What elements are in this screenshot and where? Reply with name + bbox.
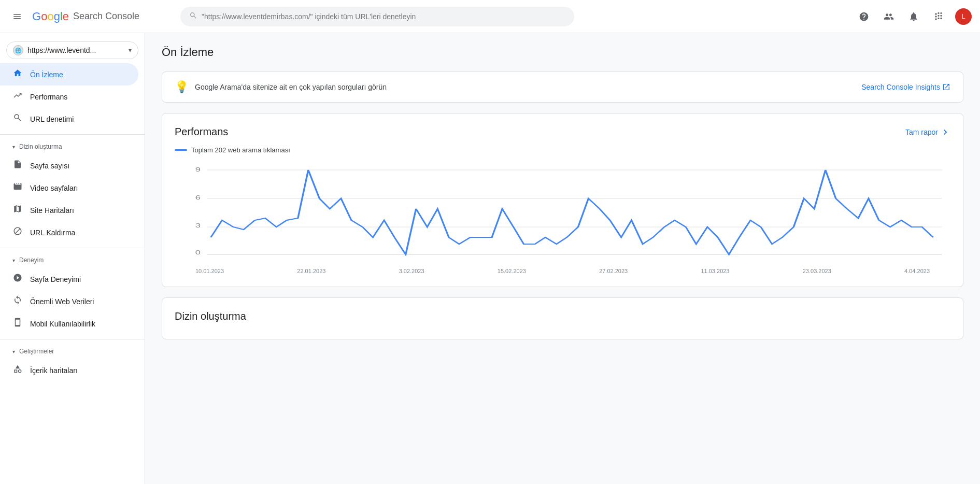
sidebar-item-label: İçerik haritaları (30, 366, 78, 375)
chevron-down-icon: ▾ (12, 144, 15, 150)
chevron-down-icon-2: ▾ (12, 258, 15, 263)
user-avatar[interactable]: L (955, 8, 972, 25)
insight-card: 💡 Google Arama'da sitenize ait en çok ya… (162, 72, 963, 103)
sitemap-icon (12, 204, 23, 216)
x-label-2: 3.02.2023 (399, 268, 424, 274)
performance-card-title: Performans (175, 126, 228, 138)
page-title: Ön İzleme (162, 46, 963, 59)
sidebar-item-label: Ön İzleme (30, 70, 63, 79)
svg-text:6: 6 (195, 194, 201, 201)
mobile-icon (12, 318, 23, 330)
web-vitals-icon (12, 295, 23, 307)
x-label-5: 11.03.2023 (701, 268, 729, 274)
insight-link-text: Search Console Insights (861, 83, 940, 91)
page-icon (12, 160, 23, 172)
dropdown-icon: ▾ (129, 47, 132, 54)
section-label-text: Dizin oluşturma (19, 143, 62, 150)
manage-users-button[interactable] (878, 6, 899, 27)
video-icon (12, 182, 23, 194)
chart-legend: Toplam 202 web arama tıklaması (175, 146, 950, 154)
breadcrumb-icon (12, 364, 23, 376)
sidebar-item-url-denetimi[interactable]: URL denetimi (0, 108, 138, 130)
chevron-down-icon-3: ▾ (12, 349, 15, 354)
chevron-right-icon (940, 127, 950, 137)
search-bar[interactable] (180, 7, 574, 26)
section-deneyim-label[interactable]: ▾ Deneyim (0, 252, 145, 268)
block-icon (12, 226, 23, 238)
home-icon (12, 68, 23, 80)
sidebar-item-on-izleme[interactable]: Ön İzleme (0, 63, 138, 86)
sidebar-item-label: Önemli Web Verileri (30, 297, 94, 306)
section-label-text: Deneyim (19, 257, 44, 264)
google-logo: Google (32, 10, 69, 23)
insight-link[interactable]: Search Console Insights (861, 83, 950, 91)
sidebar-item-onemli-web-verileri[interactable]: Önemli Web Verileri (0, 290, 138, 312)
index-card-title: Dizin oluşturma (175, 310, 950, 322)
sidebar: 🌐 https://www.leventd... ▾ Ön İzleme (0, 33, 145, 484)
site-favicon: 🌐 (13, 45, 23, 55)
main-layout: 🌐 https://www.leventd... ▾ Ön İzleme (0, 33, 980, 484)
performance-chart: 9 6 3 0 (175, 162, 950, 266)
sidebar-item-label: Mobil Kullanılabilirlik (30, 320, 95, 328)
x-label-0: 10.01.2023 (195, 268, 224, 274)
sidebar-item-icerik-haritalari[interactable]: İçerik haritaları (0, 359, 138, 381)
topbar-left: Google Search Console (8, 8, 174, 25)
help-button[interactable] (854, 6, 874, 27)
chart-area: 9 6 3 0 (175, 162, 950, 266)
nav-divider-1 (0, 134, 145, 135)
sidebar-item-label: Video sayfaları (30, 184, 78, 192)
legend-text: Toplam 202 web arama tıklaması (191, 146, 290, 154)
full-report-link[interactable]: Tam rapor (905, 127, 950, 137)
trending-icon (12, 91, 23, 103)
insight-text: Google Arama'da sitenize ait en çok yapı… (195, 83, 855, 91)
sidebar-item-video-sayfalari[interactable]: Video sayfaları (0, 177, 138, 199)
legend-line (175, 149, 187, 151)
experience-icon (12, 273, 23, 285)
sidebar-item-label: Site Haritaları (30, 206, 74, 215)
bulb-icon: 💡 (175, 80, 189, 94)
sidebar-item-performans[interactable]: Performans (0, 86, 138, 108)
site-url: https://www.leventd... (27, 46, 124, 54)
menu-button[interactable] (8, 8, 26, 25)
x-label-6: 23.03.2023 (803, 268, 831, 274)
section-gelistirmeler-label[interactable]: ▾ Geliştirmeler (0, 344, 145, 359)
section-dizin-label[interactable]: ▾ Dizin oluşturma (0, 139, 145, 154)
sidebar-item-label: Performans (30, 93, 67, 101)
sidebar-item-label: URL Kaldırma (30, 229, 75, 237)
main-content: Ön İzleme 💡 Google Arama'da sitenize ait… (145, 33, 980, 484)
nav-divider-3 (0, 339, 145, 339)
index-card: Dizin oluşturma (162, 297, 963, 339)
x-label-1: 22.01.2023 (297, 268, 325, 274)
search-icon-nav (12, 113, 23, 125)
svg-text:0: 0 (195, 249, 201, 255)
sidebar-item-mobil-kullanilabilirlik[interactable]: Mobil Kullanılabilirlik (0, 312, 138, 335)
topbar-actions: L (854, 6, 972, 27)
full-report-text: Tam rapor (905, 128, 938, 136)
apps-button[interactable] (928, 6, 949, 27)
performance-card: Performans Tam rapor Toplam 202 web aram… (162, 113, 963, 287)
x-label-4: 27.02.2023 (599, 268, 628, 274)
app-logo[interactable]: Google Search Console (32, 10, 139, 23)
app-name: Search Console (73, 11, 139, 22)
section-label-text: Geliştirmeler (19, 348, 54, 355)
sidebar-item-sayfa-sayisi[interactable]: Sayfa sayısı (0, 154, 138, 177)
nav-divider-2 (0, 248, 145, 248)
search-icon (189, 11, 197, 22)
sidebar-item-url-kaldirma[interactable]: URL Kaldırma (0, 221, 138, 244)
primary-nav: Ön İzleme Performans URL denetimi (0, 63, 145, 130)
search-input[interactable] (202, 12, 565, 21)
site-selector[interactable]: 🌐 https://www.leventd... ▾ (6, 41, 138, 59)
topbar: Google Search Console (0, 0, 980, 33)
external-link-icon (942, 83, 950, 91)
sidebar-item-sayfa-deneyimi[interactable]: Sayfa Deneyimi (0, 268, 138, 290)
svg-text:3: 3 (195, 222, 201, 229)
notifications-button[interactable] (903, 6, 924, 27)
x-label-3: 15.02.2023 (498, 268, 526, 274)
card-header: Performans Tam rapor (175, 126, 950, 138)
sidebar-item-label: URL denetimi (30, 115, 74, 123)
sidebar-item-site-haritalari[interactable]: Site Haritaları (0, 199, 138, 221)
sidebar-item-label: Sayfa Deneyimi (30, 275, 81, 283)
x-label-7: 4.04.2023 (904, 268, 930, 274)
svg-text:9: 9 (195, 166, 201, 173)
sidebar-item-label: Sayfa sayısı (30, 162, 69, 170)
